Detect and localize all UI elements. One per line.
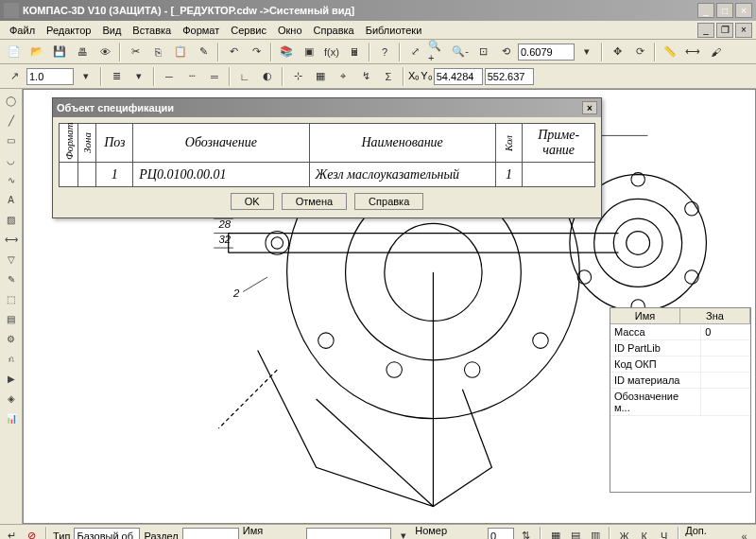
library-icon[interactable]: 📚: [276, 42, 297, 62]
zoom-in-icon[interactable]: 🔍+: [427, 42, 448, 62]
line-icon[interactable]: ╱: [2, 111, 21, 130]
pan-icon[interactable]: ✥: [607, 42, 627, 62]
arc-icon[interactable]: ◡: [2, 150, 21, 169]
layers-icon[interactable]: ≣: [106, 66, 127, 87]
param2-icon[interactable]: ⚙: [2, 329, 21, 348]
edit-icon[interactable]: ✎: [2, 270, 21, 288]
ok-button[interactable]: OK: [231, 193, 274, 210]
zoom-input[interactable]: [518, 43, 575, 61]
grid2-icon[interactable]: ▤: [567, 526, 583, 540]
spline-icon[interactable]: ∿: [2, 170, 21, 189]
zoom-out-icon[interactable]: 🔍-: [450, 42, 471, 62]
cell-qty[interactable]: 1: [495, 163, 522, 187]
leader-icon[interactable]: ↗: [4, 66, 25, 87]
bold-icon[interactable]: Ж: [616, 526, 632, 540]
cut-icon[interactable]: ✂: [125, 42, 146, 62]
menu-editor[interactable]: Редактор: [41, 23, 96, 38]
doc-restore-button[interactable]: ❐: [716, 23, 733, 38]
assoc-icon[interactable]: ⎌: [2, 349, 21, 368]
maximize-button[interactable]: □: [716, 3, 733, 18]
round-icon[interactable]: ◐: [257, 66, 278, 87]
cancel-button[interactable]: Отмена: [282, 193, 347, 210]
spec-icon[interactable]: ▤: [2, 309, 21, 328]
save-icon[interactable]: 💾: [49, 42, 70, 62]
redraw-icon[interactable]: 🖌: [705, 42, 726, 62]
calc-icon[interactable]: 🖩: [344, 42, 365, 62]
style-b-icon[interactable]: ┄: [181, 66, 202, 87]
copy-icon[interactable]: ⎘: [147, 42, 168, 62]
paste-icon[interactable]: 📋: [170, 42, 191, 62]
minimize-button[interactable]: _: [697, 3, 714, 18]
cell-pos[interactable]: 1: [96, 163, 133, 187]
type-input[interactable]: [74, 528, 140, 540]
under-icon[interactable]: Ч: [656, 526, 672, 540]
text-icon[interactable]: A: [2, 190, 21, 209]
help-button[interactable]: Справка: [354, 193, 423, 210]
section-input[interactable]: [182, 528, 239, 540]
spec-row[interactable]: 1 РЦ0.0100.00.01 Жезл маслоуказательный …: [60, 163, 595, 187]
cursor-icon[interactable]: ⌖: [333, 66, 353, 87]
rotate-icon[interactable]: ⟳: [629, 42, 650, 62]
zoom-window-icon[interactable]: ⊡: [472, 42, 493, 62]
spinner-icon[interactable]: ⇅: [518, 526, 534, 540]
help-icon[interactable]: ?: [374, 42, 395, 62]
style-a-icon[interactable]: ─: [159, 66, 180, 87]
dimension-icon[interactable]: ⟷: [682, 42, 703, 62]
italic-icon[interactable]: К: [636, 526, 652, 540]
subname-dd-icon[interactable]: ▾: [395, 526, 411, 540]
grid3-icon[interactable]: ▥: [587, 526, 603, 540]
macro-icon[interactable]: ▶: [2, 369, 21, 388]
select-icon[interactable]: ⬚: [2, 289, 21, 308]
rect-icon[interactable]: ▭: [2, 130, 21, 149]
print-icon[interactable]: 🖶: [72, 42, 93, 62]
hatch-icon[interactable]: ▨: [2, 210, 21, 229]
cell-format[interactable]: [60, 163, 78, 187]
menu-window[interactable]: Окно: [272, 23, 308, 38]
expand-icon[interactable]: «: [736, 526, 752, 540]
grid1-icon[interactable]: ▦: [547, 526, 563, 540]
menu-service[interactable]: Сервис: [225, 23, 272, 38]
cell-name[interactable]: Жезл маслоуказательный: [309, 163, 495, 187]
style-c-icon[interactable]: ═: [204, 66, 225, 87]
stop-icon[interactable]: ⊘: [24, 526, 40, 540]
geom-icon[interactable]: ◯: [2, 91, 21, 110]
scale-dropdown-icon[interactable]: ▾: [76, 66, 96, 87]
scale-input[interactable]: [26, 68, 74, 85]
menu-insert[interactable]: Вставка: [127, 23, 177, 38]
redo-icon[interactable]: ↷: [246, 42, 266, 62]
doc-minimize-button[interactable]: _: [697, 23, 714, 38]
coord-y-input[interactable]: [485, 68, 534, 85]
doc-close-button[interactable]: ×: [735, 23, 752, 38]
param-icon[interactable]: Σ: [378, 66, 399, 87]
report-icon[interactable]: 📊: [2, 409, 21, 427]
subname-input[interactable]: [306, 528, 391, 540]
orth-icon[interactable]: ∟: [234, 66, 255, 87]
coord-x-input[interactable]: [434, 68, 483, 85]
cell-zone[interactable]: [77, 163, 96, 187]
grid-icon[interactable]: ▦: [310, 66, 331, 87]
undo-icon[interactable]: ↶: [223, 42, 244, 62]
dialog-title-bar[interactable]: Объект спецификации ×: [53, 98, 601, 117]
apply-icon[interactable]: ↵: [4, 526, 20, 540]
dim-icon[interactable]: ⟷: [2, 230, 21, 249]
rough-icon[interactable]: ▽: [2, 250, 21, 269]
menu-file[interactable]: Файл: [4, 23, 41, 38]
view3d-icon[interactable]: ◈: [2, 389, 21, 408]
vars-icon[interactable]: f(x): [321, 42, 342, 62]
drawing-canvas[interactable]: 259 28 32 2 Объект спецификации ×: [23, 89, 756, 524]
open-icon[interactable]: 📂: [26, 42, 47, 62]
menu-libraries[interactable]: Библиотеки: [360, 23, 428, 38]
layer-dd-icon[interactable]: ▾: [129, 66, 149, 87]
snap-icon[interactable]: ⊹: [287, 66, 308, 87]
close-button[interactable]: ×: [735, 3, 752, 18]
menu-help[interactable]: Справка: [308, 23, 360, 38]
format-icon[interactable]: ✎: [193, 42, 214, 62]
zoom-dropdown-icon[interactable]: ▾: [576, 42, 597, 62]
local-icon[interactable]: ↯: [355, 66, 376, 87]
cell-note[interactable]: [523, 163, 595, 187]
menu-format[interactable]: Формат: [177, 23, 225, 38]
dialog-close-button[interactable]: ×: [582, 101, 597, 114]
zoom-prev-icon[interactable]: ⟲: [495, 42, 516, 62]
preview-icon[interactable]: 👁: [94, 42, 115, 62]
subnum-input[interactable]: [488, 528, 514, 540]
